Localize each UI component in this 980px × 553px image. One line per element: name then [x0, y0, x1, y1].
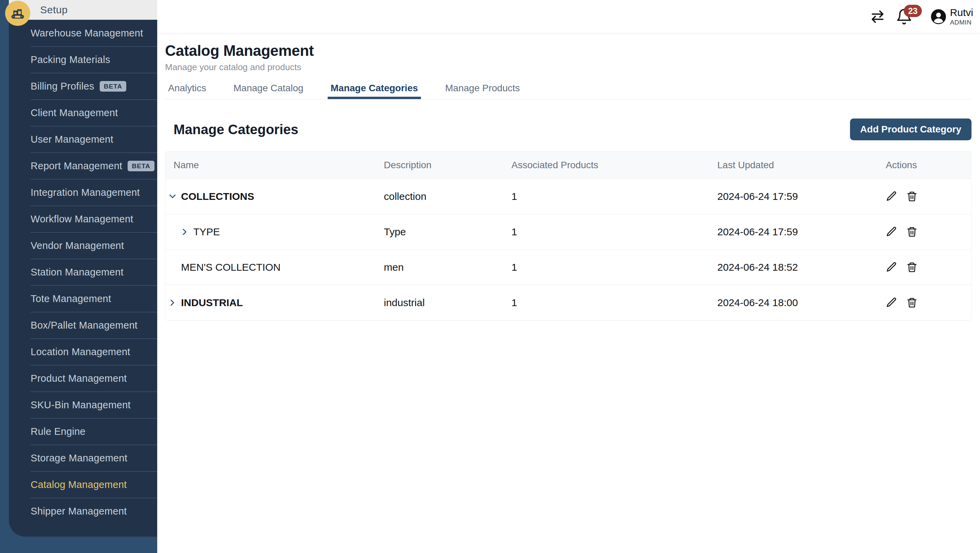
table-row: TYPE Type 1 2024-06-24 17:59 [165, 214, 971, 250]
tab-analytics[interactable]: Analytics [165, 83, 209, 99]
associated-products-count: 1 [511, 297, 717, 309]
sidebar-item[interactable]: Station Management [9, 259, 157, 285]
main-area: 23 Rutvi ADMIN Catalog Management Manage… [157, 0, 980, 553]
avatar-icon[interactable] [930, 8, 947, 25]
sidebar-item-label: Packing Materials [30, 54, 110, 65]
sidebar-item[interactable]: Box/Pallet Management [9, 312, 157, 338]
bell-icon[interactable]: 23 [896, 8, 913, 25]
sidebar-item[interactable]: Billing Profiles BETA [9, 73, 157, 99]
associated-products-count: 1 [511, 261, 717, 273]
sidebar-item-label: Tote Management [30, 293, 111, 304]
sidebar-item-label: Box/Pallet Management [30, 320, 137, 331]
sidebar-item-label: Catalog Management [30, 479, 127, 490]
user-name: Rutvi [950, 7, 973, 19]
sidebar-item[interactable]: SKU-Bin Management [9, 392, 157, 418]
beta-badge: BETA [127, 161, 154, 171]
sidebar-item-label: Shipper Management [30, 506, 127, 517]
category-name: COLLECTIONS [181, 191, 254, 202]
table-header: NameDescriptionAssociated ProductsLast U… [165, 151, 971, 179]
category-description: collection [383, 191, 511, 202]
associated-products-count: 1 [511, 226, 717, 238]
sidebar-item[interactable]: Warehouse Management [9, 20, 157, 46]
sidebar-item-label: Rule Engine [30, 426, 86, 437]
notification-badge: 23 [904, 5, 922, 17]
chevron-right-icon[interactable] [168, 298, 177, 307]
tab-manage-catalog[interactable]: Manage Catalog [231, 83, 306, 99]
column-header: Actions [885, 160, 971, 171]
sidebar-item-label: User Management [30, 134, 113, 145]
last-updated: 2024-06-24 18:00 [717, 297, 885, 309]
edit-icon[interactable] [886, 297, 897, 309]
tab-manage-products[interactable]: Manage Products [442, 83, 523, 99]
tab-bar: AnalyticsManage CatalogManage Categories… [165, 83, 972, 99]
last-updated: 2024-06-24 18:52 [717, 261, 885, 273]
column-header: Last Updated [717, 160, 885, 171]
column-header: Name [165, 160, 383, 171]
add-product-category-button[interactable]: Add Product Category [850, 118, 972, 140]
sidebar-item[interactable]: Client Management [9, 99, 157, 126]
sidebar-nav: Warehouse Management Packing Materials B… [9, 20, 157, 524]
sidebar-item[interactable]: Shipper Management [9, 498, 157, 524]
tab-manage-categories[interactable]: Manage Categories [328, 83, 421, 99]
section-row: Manage Categories Add Product Category [165, 118, 972, 140]
sidebar-item-label: Billing Profiles [30, 81, 94, 92]
table-row: INDUSTRIAL industrial 1 2024-06-24 18:00 [165, 285, 971, 320]
user-block: Rutvi ADMIN [950, 7, 973, 26]
table-row: COLLECTIONS collection 1 2024-06-24 17:5… [165, 179, 971, 214]
sidebar: Setup Warehouse Management Packing Mater… [0, 0, 157, 553]
table-body: COLLECTIONS collection 1 2024-06-24 17:5… [165, 179, 971, 320]
topbar: 23 Rutvi ADMIN [157, 0, 980, 33]
chevron-right-icon[interactable] [180, 228, 189, 236]
sidebar-item[interactable]: Rule Engine [9, 418, 157, 445]
beta-badge: BETA [100, 81, 126, 92]
sidebar-item[interactable]: User Management [9, 126, 157, 153]
section-heading: Manage Categories [173, 122, 298, 137]
setup-title: Setup [40, 4, 68, 16]
page-title: Catalog Management [165, 42, 972, 59]
sidebar-item[interactable]: Product Management [9, 365, 157, 392]
chevron-down-icon[interactable] [168, 192, 177, 201]
delete-icon[interactable] [906, 297, 918, 309]
edit-icon[interactable] [886, 191, 897, 202]
content: Catalog Management Manage your catalog a… [157, 33, 980, 321]
sidebar-item[interactable]: Packing Materials [9, 46, 157, 73]
user-role: ADMIN [950, 19, 973, 26]
sidebar-item[interactable]: Catalog Management [9, 471, 157, 498]
column-header: Description [383, 160, 511, 171]
delete-icon[interactable] [906, 191, 918, 202]
sidebar-header: Setup [9, 0, 157, 20]
sidebar-item[interactable]: Vendor Management [9, 232, 157, 259]
sidebar-item[interactable]: Tote Management [9, 285, 157, 312]
page-subtitle: Manage your catalog and products [165, 62, 972, 73]
sidebar-item-label: Product Management [30, 373, 127, 384]
sidebar-item[interactable]: Workflow Management [9, 206, 157, 232]
edit-icon[interactable] [886, 261, 897, 273]
sidebar-item-label: Storage Management [30, 453, 127, 464]
delete-icon[interactable] [906, 226, 918, 238]
sidebar-item-label: Report Management [30, 160, 122, 172]
sidebar-item-label: Workflow Management [30, 214, 134, 225]
sidebar-item-label: Station Management [30, 267, 124, 278]
category-name: TYPE [193, 226, 220, 238]
sidebar-item-label: SKU-Bin Management [30, 399, 130, 411]
table-row: MEN'S COLLECTION men 1 2024-06-24 18:52 [165, 250, 971, 285]
delete-icon[interactable] [906, 261, 918, 273]
sidebar-item[interactable]: Integration Management [9, 179, 157, 206]
categories-table: NameDescriptionAssociated ProductsLast U… [165, 151, 972, 321]
sidebar-item[interactable]: Storage Management [9, 445, 157, 471]
associated-products-count: 1 [511, 191, 717, 202]
last-updated: 2024-06-24 17:59 [717, 226, 885, 238]
category-description: Type [383, 226, 511, 238]
sidebar-item[interactable]: Report Management BETA [9, 153, 157, 179]
conveyor-icon [5, 1, 30, 26]
column-header: Associated Products [511, 160, 717, 171]
sidebar-item[interactable]: Location Management [9, 338, 157, 365]
sidebar-item-label: Location Management [30, 346, 130, 357]
edit-icon[interactable] [886, 226, 897, 238]
category-description: men [383, 261, 511, 273]
app-window: Setup Warehouse Management Packing Mater… [0, 0, 980, 553]
category-description: industrial [383, 297, 511, 309]
last-updated: 2024-06-24 17:59 [717, 191, 885, 202]
swap-icon[interactable] [870, 9, 885, 24]
category-name: MEN'S COLLECTION [181, 261, 280, 273]
